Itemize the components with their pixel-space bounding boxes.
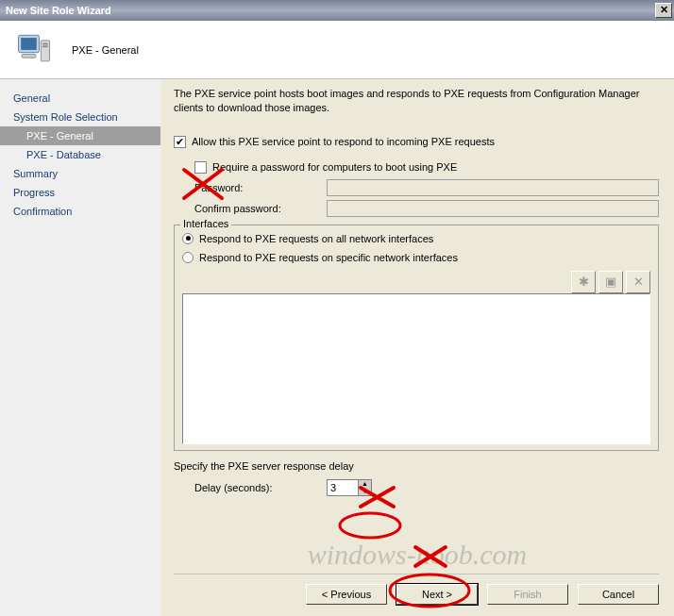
confirm-password-label: Confirm password: — [194, 203, 327, 214]
next-button[interactable]: Next > — [396, 584, 478, 605]
watermark-text: windows-noob.com — [160, 539, 674, 571]
svg-rect-3 — [42, 42, 48, 44]
delay-spinner[interactable]: ▲ ▼ — [327, 479, 372, 496]
nav-item-general[interactable]: General — [0, 89, 160, 108]
interfaces-listbox[interactable] — [182, 293, 650, 444]
close-icon: ✕ — [660, 4, 668, 15]
password-label: Password: — [194, 182, 327, 193]
require-password-checkbox[interactable] — [194, 161, 207, 174]
sparkle-icon: ✱ — [579, 275, 589, 289]
computer-icon — [13, 28, 55, 72]
interfaces-group: Interfaces Respond to PXE requests on al… — [174, 225, 659, 451]
wizard-header: PXE - General — [0, 21, 674, 79]
nav-item-pxe-database[interactable]: PXE - Database — [0, 145, 160, 164]
properties-icon: ▣ — [605, 275, 616, 289]
page-title: PXE - General — [72, 44, 139, 56]
delay-section-label: Specify the PXE server response delay — [174, 460, 659, 472]
cancel-button[interactable]: Cancel — [578, 584, 659, 605]
svg-rect-1 — [21, 38, 37, 50]
delay-input[interactable] — [328, 480, 358, 495]
confirm-password-input[interactable] — [327, 200, 659, 217]
nav-item-pxe-general[interactable]: PXE - General — [0, 126, 160, 145]
require-password-label: Require a password for computers to boot… — [212, 161, 457, 173]
delete-interface-button[interactable]: ✕ — [626, 271, 650, 293]
svg-rect-4 — [42, 45, 48, 47]
respond-all-label: Respond to PXE requests on all network i… — [199, 233, 433, 244]
allow-pxe-label: Allow this PXE service point to respond … — [192, 136, 495, 147]
nav-item-system-role-selection[interactable]: System Role Selection — [0, 108, 160, 126]
nav-item-summary[interactable]: Summary — [0, 164, 160, 183]
edit-interface-button[interactable]: ▣ — [598, 271, 623, 293]
window-title: New Site Role Wizard — [6, 5, 111, 16]
finish-button: Finish — [487, 584, 568, 605]
respond-specific-radio[interactable] — [182, 252, 194, 263]
delete-icon: ✕ — [633, 275, 644, 289]
respond-all-radio[interactable] — [182, 233, 194, 244]
spinner-down-icon[interactable]: ▼ — [358, 488, 371, 495]
respond-specific-label: Respond to PXE requests on specific netw… — [199, 252, 458, 263]
wizard-button-bar: < Previous Next > Finish Cancel — [174, 574, 659, 605]
nav-item-confirmation[interactable]: Confirmation — [0, 202, 160, 221]
svg-rect-5 — [22, 54, 36, 58]
new-interface-button[interactable]: ✱ — [571, 271, 596, 293]
page-description: The PXE service point hosts boot images … — [174, 87, 659, 115]
window-close-button[interactable]: ✕ — [655, 3, 672, 18]
password-input[interactable] — [327, 179, 659, 196]
previous-button[interactable]: < Previous — [306, 584, 387, 605]
wizard-content-pane: The PXE service point hosts boot images … — [160, 79, 674, 616]
delay-label: Delay (seconds): — [194, 482, 327, 493]
window-titlebar: New Site Role Wizard ✕ — [0, 0, 674, 21]
allow-pxe-checkbox[interactable]: ✔ — [174, 136, 186, 148]
interfaces-legend: Interfaces — [180, 218, 231, 229]
wizard-nav-sidebar: General System Role Selection PXE - Gene… — [0, 79, 160, 616]
spinner-up-icon[interactable]: ▲ — [358, 480, 371, 488]
nav-item-progress[interactable]: Progress — [0, 183, 160, 202]
